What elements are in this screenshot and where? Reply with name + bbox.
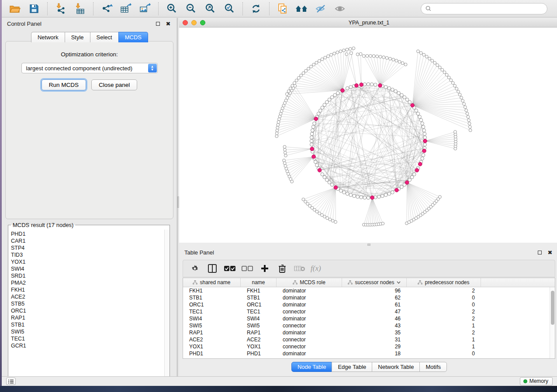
memory-label: Memory [529,378,548,384]
memory-button[interactable]: Memory [520,377,553,385]
tab-select[interactable]: Select [90,32,119,42]
table-cell: 2 [407,309,481,315]
tab-node-table[interactable]: Node Table [291,362,332,372]
mcds-result-item[interactable]: SWI4 [11,265,164,272]
table-row[interactable]: PHD1PHD1dominator180 [183,350,555,357]
tab-network[interactable]: Network [31,32,65,42]
mcds-result-item[interactable]: ORC1 [11,307,164,314]
toolbar-separator [158,2,159,15]
zoom-in-icon[interactable] [163,2,180,16]
network-canvas[interactable] [179,28,557,243]
mcds-result-item[interactable]: FKH1 [11,286,164,293]
select-all-icon[interactable] [223,262,236,275]
column-header-name[interactable]: name [241,278,277,287]
import-network-icon[interactable] [52,2,69,16]
float-table-panel-icon[interactable] [536,249,543,256]
mcds-result-item[interactable]: RAP1 [11,314,164,321]
show-all-icon[interactable] [332,2,349,16]
table-scrollbar[interactable] [550,287,555,358]
mcds-result-item[interactable]: TEC1 [11,335,164,342]
table-row[interactable]: YOX1YOX1connector291 [183,343,555,350]
table-cell: dominator [277,288,342,294]
mcds-result-item[interactable]: TID3 [11,251,164,258]
mcds-result-item[interactable]: ACE2 [11,293,164,300]
column-header-shared-name[interactable]: shared name [183,278,241,287]
mcds-result-item[interactable]: SWI5 [11,328,164,335]
mcds-result-list[interactable]: PHD1CAR1STP4TID3YOX1SWI4SRD1PMA2FKH1ACE2… [8,230,164,383]
mcds-result-item[interactable]: STB5 [11,300,164,307]
table-toolbar: f(x) [183,260,555,277]
table-cell: SWI4 [183,316,241,322]
control-panel: Control Panel ✖ Network Style Select MCD… [2,18,177,376]
table-cell: 96 [342,288,407,294]
table-cell: 29 [342,344,407,350]
table-cell: YOX1 [183,344,241,350]
table-row[interactable]: STB1STB1dominator620 [183,294,555,301]
run-mcds-button[interactable]: Run MCDS [42,79,86,90]
deselect-all-icon[interactable] [241,262,254,275]
table-row[interactable]: RAP1RAP1dominator352 [183,329,555,336]
import-table-icon[interactable] [71,2,89,16]
table-row[interactable]: TEC1TEC1connector472 [183,308,555,315]
mcds-result-item[interactable]: STB1 [11,321,164,328]
tab-network-table[interactable]: Network Table [372,362,420,372]
export-table-icon[interactable] [117,2,135,16]
apply-function-icon: f(x) [311,264,321,273]
duplicate-network-icon[interactable] [274,2,291,16]
table-settings-icon[interactable] [188,262,201,275]
export-network-icon[interactable] [98,2,115,16]
mcds-result-item[interactable]: GCR1 [11,342,164,349]
mcds-result-item[interactable]: PMA2 [11,279,164,286]
close-panel-icon[interactable]: ✖ [165,20,172,27]
delete-column-icon[interactable] [276,262,289,275]
table-row[interactable]: ORC1ORC1dominator610 [183,301,555,308]
zoom-fit-icon[interactable] [201,2,219,16]
table-cell: YOX1 [241,344,277,350]
refresh-icon[interactable] [247,2,265,16]
mcds-result-item[interactable]: STP4 [11,244,164,251]
column-header-predecessor-nodes[interactable]: predecessor nodes [407,278,481,287]
mcds-result-item[interactable]: PHD1 [11,230,164,237]
zoom-out-icon[interactable] [182,2,200,16]
tab-edge-table[interactable]: Edge Table [332,362,372,372]
close-table-panel-icon[interactable]: ✖ [547,249,554,256]
table-cell: 31 [342,337,407,343]
table-row[interactable]: SWI5SWI5connector431 [183,322,555,329]
mcds-result-item[interactable]: YOX1 [11,258,164,265]
tab-motifs[interactable]: Motifs [419,362,447,372]
table-cell: STB1 [183,295,241,301]
add-column-icon[interactable] [258,262,271,275]
tab-mcds[interactable]: MCDS [118,32,148,42]
float-panel-icon[interactable] [154,20,161,27]
hide-selected-icon[interactable] [312,2,330,16]
table-cell: 18 [342,351,407,357]
table-row[interactable]: FKH1FKH1dominator962 [183,287,555,294]
search-field[interactable] [421,3,547,14]
table-row[interactable]: ACE2ACE2connector311 [183,336,555,343]
search-input[interactable] [434,6,543,12]
horizontal-splitter[interactable] [179,243,557,247]
open-file-icon[interactable] [6,2,24,16]
mcds-list-scrollbar[interactable] [164,230,170,383]
zoom-selected-icon[interactable] [221,2,238,16]
save-session-icon[interactable] [25,2,43,16]
table-row[interactable]: SWI4SWI4dominator462 [183,315,555,322]
export-image-icon[interactable] [136,2,154,16]
table-cell: ACE2 [183,337,241,343]
column-header-successor-nodes[interactable]: successor nodes [342,278,407,287]
mcds-result-item[interactable]: SRD1 [11,272,164,279]
first-neighbors-icon[interactable] [293,2,311,16]
table-cell: 0 [407,351,481,357]
mcds-result-box: MCDS result (17 nodes) PHD1CAR1STP4TID3Y… [8,222,170,384]
main-toolbar [2,0,557,17]
control-panel-tabs: Network Style Select MCDS [2,32,177,42]
tab-style[interactable]: Style [65,32,90,42]
network-window-titlebar[interactable]: YPA_prune.txt_1 [179,18,557,28]
table-tabs: Node Table Edge Table Network Table Moti… [179,362,557,372]
close-panel-button[interactable]: Close panel [91,79,137,90]
task-history-button[interactable] [6,378,16,385]
criterion-select[interactable]: largest connected component (undirected)… [21,63,158,73]
split-view-icon[interactable] [206,262,219,275]
column-header-MCDS-role[interactable]: MCDS role [277,278,342,287]
mcds-result-item[interactable]: CAR1 [11,237,164,244]
